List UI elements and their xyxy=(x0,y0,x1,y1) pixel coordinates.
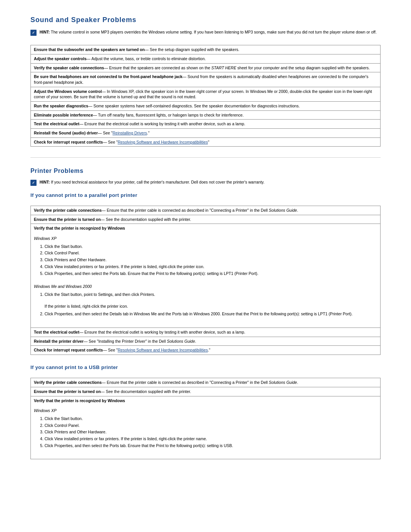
table-row: Verify that the printer is recognized by… xyxy=(31,396,381,459)
sound-row-2: Adjust the speaker controls— Adjust the … xyxy=(31,54,381,63)
sound-hint-icon: ✓ xyxy=(30,30,37,36)
parallel-row-6: Check for interrupt request conflicts— S… xyxy=(31,346,381,355)
sound-checklist-table: Ensure that the subwoofer and the speake… xyxy=(30,45,381,147)
printer-section-title: Printer Problems xyxy=(30,167,381,175)
reinstalling-drivers-link[interactable]: Reinstalling Drivers xyxy=(113,131,147,135)
table-row: Test the electrical outlet— Ensure that … xyxy=(31,328,381,337)
usb-windows-xp-label: Windows XP xyxy=(34,408,377,414)
usb-subsection: If you cannot print to a USB printer Ver… xyxy=(30,364,381,459)
windows-me-steps-2: Click Properties, and then select the De… xyxy=(45,311,377,317)
verify-recognized-parallel: Windows XP Click the Start button. Click… xyxy=(34,231,377,323)
printer-hint-text: HINT: If you need technical assistance f… xyxy=(40,179,264,185)
table-row: Verify the speaker cable connections— En… xyxy=(31,63,381,72)
windows-xp-steps: Click the Start button. Click Control Pa… xyxy=(45,244,377,276)
list-item: Click View installed printers or fax pri… xyxy=(45,436,377,442)
printer-section: Printer Problems ✓ HINT: If you need tec… xyxy=(30,167,381,459)
list-item: Click Control Panel. xyxy=(45,423,377,428)
table-row: Verify the printer cable connections— En… xyxy=(31,206,381,215)
windows-me-steps: Click the Start button, point to Setting… xyxy=(45,292,377,297)
sound-row-4: Be sure that headphones are not connecte… xyxy=(31,72,381,87)
sound-row-3: Verify the speaker cable connections— En… xyxy=(31,63,381,72)
table-row: Check for interrupt request conflicts— S… xyxy=(31,346,381,355)
sound-row-5: Adjust the Windows volume control— In Wi… xyxy=(31,87,381,101)
sound-row-8: Test the electrical outlet— Ensure that … xyxy=(31,120,381,129)
windows-me-label: Windows Me and Windows 2000 xyxy=(34,284,377,289)
sound-row-7: Eliminate possible interference— Turn of… xyxy=(31,110,381,120)
sound-row-1: Ensure that the subwoofer and the speake… xyxy=(31,45,381,54)
usb-windows-xp-steps: Click the Start button. Click Control Pa… xyxy=(45,416,377,448)
parallel-row-5: Reinstall the printer driver— See "Insta… xyxy=(31,337,381,346)
table-row: Reinstall the printer driver— See "Insta… xyxy=(31,337,381,346)
sound-hint-box: ✓ HINT: The volume control in some MP3 p… xyxy=(30,29,381,36)
table-row: Be sure that headphones are not connecte… xyxy=(31,72,381,87)
printer-hint-box: ✓ HINT: If you need technical assistance… xyxy=(30,179,381,186)
parallel-row-1: Verify the printer cable connections— En… xyxy=(31,206,381,215)
table-row: Eliminate possible interference— Turn of… xyxy=(31,110,381,120)
table-row: Adjust the Windows volume control— In Wi… xyxy=(31,87,381,101)
list-item: Click Printers and Other Hardware. xyxy=(45,429,377,435)
sound-row-6: Run the speaker diagnostics— Some speake… xyxy=(31,102,381,111)
table-row: Ensure that the printer is turned on— Se… xyxy=(31,387,381,396)
list-item: Click Printers and Other Hardware. xyxy=(45,257,377,263)
interstitial-text: If the printer is listed, right-click th… xyxy=(45,304,377,309)
sound-hint-text: HINT: The volume control in some MP3 pla… xyxy=(40,29,377,35)
parallel-subsection-title: If you cannot print to a parallel port p… xyxy=(30,192,381,199)
sound-hint-label: HINT: xyxy=(40,30,50,34)
windows-xp-label: Windows XP xyxy=(34,236,377,241)
list-item: Click View installed printers or fax pri… xyxy=(45,264,377,270)
sound-row-9: Reinstall the Sound (audio) driver— See … xyxy=(31,129,381,138)
parallel-subsection: If you cannot print to a parallel port p… xyxy=(30,192,381,355)
list-item: Click Properties, and then select the De… xyxy=(45,311,377,317)
parallel-checklist-table: Verify the printer cable connections— En… xyxy=(30,206,381,355)
list-item: Click Properties, and then select the Po… xyxy=(45,443,377,449)
table-row: Run the speaker diagnostics— Some speake… xyxy=(31,102,381,111)
list-item: Click Properties, and then select the Po… xyxy=(45,271,377,276)
parallel-row-3: Verify that the printer is recognized by… xyxy=(31,224,381,328)
usb-row-1: Verify the printer cable connections— En… xyxy=(31,378,381,387)
usb-checklist-table: Verify the printer cable connections— En… xyxy=(30,378,381,459)
list-item: Click the Start button, point to Setting… xyxy=(45,292,377,297)
usb-row-2: Ensure that the printer is turned on— Se… xyxy=(31,387,381,396)
list-item: Click the Start button. xyxy=(45,244,377,249)
parallel-row-2: Ensure that the printer is turned on— Se… xyxy=(31,215,381,224)
list-item: Click the Start button. xyxy=(45,416,377,422)
sound-hint-content: The volume control in some MP3 players o… xyxy=(51,30,377,34)
sound-section-title: Sound and Speaker Problems xyxy=(30,15,381,25)
printer-hint-content: If you need technical assistance for you… xyxy=(51,180,264,184)
table-row: Verify that the printer is recognized by… xyxy=(31,224,381,328)
verify-recognized-usb: Windows XP Click the Start button. Click… xyxy=(34,403,377,454)
usb-row-3: Verify that the printer is recognized by… xyxy=(31,396,381,459)
table-row: Reinstall the Sound (audio) driver— See … xyxy=(31,129,381,138)
parallel-row-4: Test the electrical outlet— Ensure that … xyxy=(31,328,381,337)
table-row: Test the electrical outlet— Ensure that … xyxy=(31,120,381,129)
table-row: Ensure that the printer is turned on— Se… xyxy=(31,215,381,224)
table-row: Check for interrupt request conflicts— S… xyxy=(31,137,381,147)
list-item: Click Control Panel. xyxy=(45,250,377,256)
usb-subsection-title: If you cannot print to a USB printer xyxy=(30,364,381,371)
printer-hint-icon: ✓ xyxy=(30,180,37,186)
sound-row-10: Check for interrupt request conflicts— S… xyxy=(31,137,381,147)
table-row: Verify the printer cable connections— En… xyxy=(31,378,381,387)
resolving-incompatibilities-link-sound[interactable]: Resolving Software and Hardware Incompat… xyxy=(118,140,208,144)
section-divider-1 xyxy=(30,157,381,158)
table-row: Adjust the speaker controls— Adjust the … xyxy=(31,54,381,63)
table-row: Ensure that the subwoofer and the speake… xyxy=(31,45,381,54)
resolving-incompatibilities-link-parallel[interactable]: Resolving Software and Hardware Incompat… xyxy=(118,348,208,352)
printer-hint-label: HINT: xyxy=(40,180,50,184)
sound-speaker-section: Sound and Speaker Problems ✓ HINT: The v… xyxy=(30,15,381,147)
